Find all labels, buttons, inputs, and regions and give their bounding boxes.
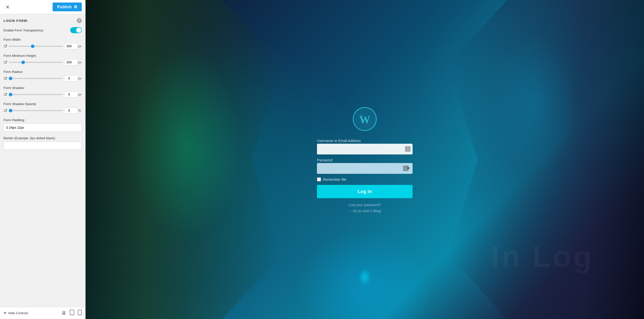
- username-label: Username or Email Address: [317, 139, 413, 143]
- lost-password-link[interactable]: Lost your password?: [348, 203, 381, 207]
- form-width-unit: px: [78, 44, 82, 48]
- form-min-height-reset-button[interactable]: ↺: [4, 60, 7, 65]
- svg-text:W: W: [359, 113, 370, 125]
- password-input-wrap: 👁 ···: [317, 163, 413, 174]
- username-input-wrap: ···: [317, 144, 413, 154]
- form-min-height-slider[interactable]: [9, 62, 63, 63]
- password-eye-wrap: 👁 ···: [407, 166, 411, 171]
- top-bar: ✕ Publish ⚙: [0, 0, 85, 14]
- hide-controls-eye-icon: 👁: [4, 311, 7, 315]
- login-links: Lost your password? ← Go to User's Blog!: [317, 203, 413, 213]
- close-icon: ✕: [6, 4, 10, 10]
- form-width-slider[interactable]: [9, 46, 63, 47]
- form-width-input[interactable]: [64, 43, 78, 49]
- enable-transparency-label: Enable Form Transparency:: [4, 28, 44, 32]
- form-padding-row: Form Padding:: [4, 118, 82, 132]
- form-min-height-unit: px: [78, 61, 82, 64]
- hide-controls-button[interactable]: 👁 Hide Controls: [4, 311, 28, 315]
- back-to-blog-link[interactable]: ← Go to User's Blog!: [348, 209, 381, 213]
- form-shadow-row: Form Shadow: ↺ px: [4, 86, 82, 98]
- desktop-icon[interactable]: 🖥: [61, 310, 66, 316]
- username-dots-icon[interactable]: ···: [405, 146, 411, 152]
- login-container: W Username or Email Address ··· Password…: [317, 106, 413, 213]
- form-radius-reset-button[interactable]: ↺: [4, 76, 7, 81]
- form-shadow-slider-row: ↺ px: [4, 91, 82, 98]
- responsive-icons: 🖥: [61, 310, 82, 316]
- gear-icon: ⚙: [74, 5, 77, 9]
- form-padding-label: Form Padding:: [4, 118, 82, 122]
- username-input[interactable]: [317, 144, 413, 154]
- close-button[interactable]: ✕: [4, 3, 12, 11]
- enable-transparency-toggle[interactable]: [70, 27, 82, 33]
- remember-me-label: Remember Me: [323, 177, 346, 181]
- preview-panel: In Log W Username or Email Address ···: [86, 0, 644, 319]
- form-shadow-opacity-slider-row: ↺ %: [4, 107, 82, 114]
- bottom-bar: 👁 Hide Controls 🖥: [0, 307, 85, 319]
- form-shadow-opacity-reset-button[interactable]: ↺: [4, 108, 7, 113]
- form-shadow-opacity-slider[interactable]: [9, 110, 63, 111]
- form-radius-row: Form Radius: ↺ px: [4, 70, 82, 81]
- wp-logo: W: [352, 106, 377, 132]
- left-panel: ✕ Publish ⚙ LOGIN FORM: ? Enable Form Tr…: [0, 0, 86, 319]
- form-width-reset-button[interactable]: ↺: [4, 43, 7, 49]
- mobile-icon[interactable]: [78, 310, 82, 316]
- svg-point-1: [72, 314, 72, 314]
- login-form: Username or Email Address ··· Password 👁…: [317, 139, 413, 213]
- form-shadow-input[interactable]: [64, 91, 78, 98]
- form-shadow-opacity-label: Form Shadow Opacity:: [4, 102, 82, 106]
- form-min-height-slider-row: ↺ px: [4, 59, 82, 65]
- svg-point-3: [79, 314, 80, 315]
- form-shadow-opacity-unit: %: [78, 109, 82, 112]
- border-label: Border (Example: 2px dotted black):: [4, 136, 82, 140]
- form-shadow-slider[interactable]: [9, 94, 63, 95]
- form-shadow-opacity-input[interactable]: [64, 107, 78, 114]
- login-button[interactable]: Log In: [317, 185, 413, 198]
- form-radius-input[interactable]: [64, 75, 78, 81]
- form-shadow-label: Form Shadow:: [4, 86, 82, 90]
- cave-left: [86, 0, 281, 319]
- toggle-slider: [70, 27, 82, 33]
- form-radius-slider-row: ↺ px: [4, 75, 82, 81]
- border-input[interactable]: [4, 142, 82, 150]
- form-width-slider-row: ↺ px: [4, 43, 82, 49]
- form-min-height-label: Form Minimum Height:: [4, 54, 82, 58]
- border-row: Border (Example: 2px dotted black):: [4, 136, 82, 150]
- form-shadow-opacity-row: Form Shadow Opacity: ↺ %: [4, 102, 82, 114]
- form-padding-input[interactable]: [4, 123, 82, 132]
- form-width-row: Form Width: ↺ px: [4, 38, 82, 49]
- form-width-label: Form Width:: [4, 38, 82, 41]
- in-log-watermark: In Log: [491, 239, 594, 274]
- tablet-icon[interactable]: [69, 310, 75, 316]
- remember-me-row: Remember Me: [317, 177, 413, 181]
- publish-label: Publish: [57, 5, 72, 9]
- username-field-group: Username or Email Address ···: [317, 139, 413, 154]
- help-icon[interactable]: ?: [77, 18, 82, 23]
- password-field-group: Password 👁 ···: [317, 158, 413, 174]
- panel-content: LOGIN FORM: ? Enable Form Transparency: …: [0, 14, 85, 307]
- login-button-label: Log In: [358, 189, 372, 194]
- form-radius-unit: px: [78, 77, 82, 80]
- form-min-height-input[interactable]: [64, 59, 78, 65]
- section-title: LOGIN FORM: ?: [4, 18, 82, 23]
- form-shadow-reset-button[interactable]: ↺: [4, 92, 7, 97]
- form-shadow-unit: px: [78, 93, 82, 96]
- enable-transparency-row: Enable Form Transparency:: [4, 27, 82, 33]
- form-radius-slider[interactable]: [9, 78, 63, 79]
- password-dots-icon[interactable]: ···: [403, 166, 409, 171]
- form-radius-label: Form Radius:: [4, 70, 82, 74]
- remember-me-checkbox[interactable]: [317, 177, 321, 181]
- publish-button[interactable]: Publish ⚙: [53, 3, 82, 11]
- password-input[interactable]: [317, 163, 413, 174]
- hide-controls-label: Hide Controls: [8, 311, 28, 315]
- password-label: Password: [317, 158, 413, 162]
- form-min-height-row: Form Minimum Height: ↺ px: [4, 54, 82, 65]
